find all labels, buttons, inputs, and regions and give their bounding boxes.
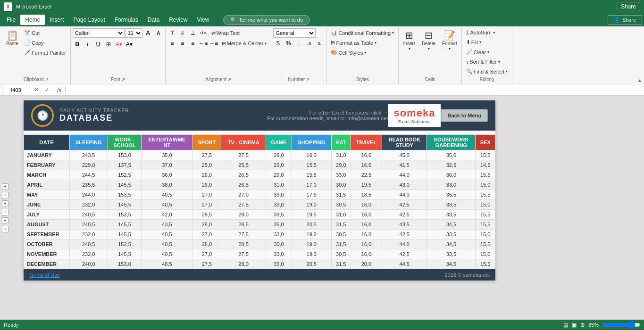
cell-value[interactable]: 33,0 [331, 170, 351, 180]
cell-value[interactable]: 15,5 [476, 220, 495, 230]
cell-value[interactable]: 27,5 [221, 230, 266, 239]
font-grow-button[interactable]: A [143, 28, 153, 38]
cell-value[interactable]: 19,0 [292, 200, 331, 210]
cell-value[interactable]: 33,0 [266, 259, 292, 269]
currency-button[interactable]: $ [273, 39, 283, 48]
find-dropdown[interactable]: ▾ [506, 69, 508, 74]
cell-value[interactable]: 26,5 [221, 180, 266, 190]
cell-value[interactable]: 43,0 [382, 180, 427, 190]
cell-value[interactable]: 16,0 [351, 239, 382, 249]
cell-value[interactable]: 152,5 [108, 239, 141, 249]
cell-value[interactable]: 40,5 [142, 249, 193, 259]
cell-value[interactable]: 15,0 [476, 200, 495, 210]
cell-value[interactable]: 27,5 [221, 150, 266, 160]
fill-dropdown[interactable]: ▾ [479, 40, 481, 44]
cell-value[interactable]: 28,0 [192, 239, 221, 249]
cell-value[interactable]: 33,0 [427, 180, 476, 190]
cell-value[interactable]: 28,0 [221, 210, 266, 220]
cell-value[interactable]: 31,0 [331, 210, 351, 220]
cell-value[interactable]: 19,0 [292, 249, 331, 259]
cell-value[interactable]: 35,0 [427, 150, 476, 160]
align-middle-button[interactable]: ≡ [178, 28, 187, 38]
cell-value[interactable]: 14,5 [476, 160, 495, 170]
cell-date[interactable]: APRIL [24, 180, 70, 190]
cell-value[interactable]: 30,0 [331, 180, 351, 190]
cell-value[interactable]: 32,5 [427, 160, 476, 170]
border-button[interactable]: ⊞ [104, 40, 113, 49]
normal-view-button[interactable]: ▤ [563, 322, 568, 328]
cancel-formula-button[interactable]: ✕ [32, 86, 41, 94]
cell-value[interactable]: 43,5 [142, 220, 193, 230]
cell-value[interactable]: 25,5 [221, 160, 266, 170]
menu-review[interactable]: Review [164, 15, 192, 25]
cell-value[interactable]: 232,0 [69, 200, 108, 210]
cell-value[interactable]: 145,5 [108, 230, 141, 239]
cell-value[interactable]: 27,0 [192, 249, 221, 259]
cell-value[interactable]: 30,5 [331, 249, 351, 259]
italic-button[interactable]: I [83, 40, 92, 49]
cell-value[interactable]: 33,0 [266, 249, 292, 259]
fill-color-button[interactable]: A▾ [114, 40, 124, 49]
cell-value[interactable]: 15,0 [476, 249, 495, 259]
cell-value[interactable]: 35,0 [142, 150, 193, 160]
cell-value[interactable]: 28,5 [192, 210, 221, 220]
page-break-button[interactable]: ⊞ [580, 322, 585, 328]
delete-dropdown[interactable]: ▾ [428, 47, 430, 51]
cell-value[interactable]: 42,5 [382, 210, 427, 220]
cell-value[interactable]: 17,5 [292, 190, 331, 200]
cell-value[interactable]: 240,5 [69, 220, 108, 230]
clipboard-expand-icon[interactable]: ↗ [45, 77, 49, 82]
cell-date[interactable]: JULY [24, 210, 70, 220]
insert-button[interactable]: ⊞ Insert ▾ [401, 28, 418, 52]
number-expand-icon[interactable]: ↗ [306, 77, 309, 82]
cell-value[interactable]: 16,0 [351, 150, 382, 160]
cell-value[interactable]: 33,0 [266, 200, 292, 210]
cell-value[interactable]: 19,5 [292, 210, 331, 220]
align-top-button[interactable]: ⊤ [167, 28, 177, 38]
page-layout-button[interactable]: ▣ [572, 322, 577, 328]
align-left-button[interactable]: ≡ [167, 39, 177, 48]
cell-value[interactable]: 232,0 [69, 230, 108, 239]
cell-value[interactable]: 26,5 [221, 170, 266, 180]
cell-date[interactable]: MARCH [24, 170, 70, 180]
conditional-formatting-button[interactable]: 📊 Conditional Formatting ▾ [328, 28, 396, 37]
align-center-button[interactable]: ≡ [178, 39, 187, 48]
row-expand-5[interactable]: + [2, 217, 8, 224]
cell-reference-input[interactable] [2, 86, 30, 94]
align-right-button[interactable]: ≡ [188, 39, 198, 48]
menu-page-layout[interactable]: Page Layout [68, 15, 109, 25]
cell-value[interactable]: 235,5 [69, 180, 108, 190]
cell-value[interactable]: 29,0 [266, 170, 292, 180]
format-button[interactable]: 📝 Format ▾ [440, 28, 460, 52]
menu-insert[interactable]: Insert [45, 15, 68, 25]
merge-center-button[interactable]: ⊞ Merge & Center ▾ [219, 39, 269, 48]
cell-value[interactable]: 28,0 [192, 220, 221, 230]
cell-value[interactable]: 16,0 [351, 249, 382, 259]
cell-value[interactable]: 38,0 [142, 180, 193, 190]
cell-value[interactable]: 152,5 [108, 170, 141, 180]
cell-value[interactable]: 244,5 [69, 170, 108, 180]
format-painter-button[interactable]: 🖌️ Format Painter [22, 48, 68, 57]
sort-dropdown[interactable]: ▾ [498, 60, 500, 64]
cell-value[interactable]: 41,5 [382, 160, 427, 170]
decrease-decimal-button[interactable]: .0 [304, 39, 314, 48]
cell-value[interactable]: 15,0 [476, 180, 495, 190]
percent-button[interactable]: % [284, 39, 293, 48]
back-to-menu-button[interactable]: Back to Menu [441, 109, 488, 122]
cell-value[interactable]: 28,5 [221, 220, 266, 230]
clear-button[interactable]: 🧹 Clear ▾ [464, 48, 492, 57]
cell-value[interactable]: 26,0 [192, 170, 221, 180]
cell-value[interactable]: 31,5 [331, 190, 351, 200]
cell-value[interactable]: 16,0 [351, 220, 382, 230]
row-expand-4[interactable]: + [2, 209, 8, 215]
cell-value[interactable]: 19,5 [351, 180, 382, 190]
autosum-button[interactable]: Σ AutoSum ▾ [464, 28, 497, 37]
clear-dropdown[interactable]: ▾ [487, 50, 489, 54]
find-select-button[interactable]: 🔍 Find & Select ▾ [464, 67, 510, 76]
cell-value[interactable]: 232,0 [69, 249, 108, 259]
cell-value[interactable]: 27,5 [221, 249, 266, 259]
cell-value[interactable]: 229,0 [69, 160, 108, 170]
cell-value[interactable]: 40,5 [142, 259, 193, 269]
share-button[interactable]: Share [617, 2, 640, 11]
cell-value[interactable]: 42,5 [382, 200, 427, 210]
